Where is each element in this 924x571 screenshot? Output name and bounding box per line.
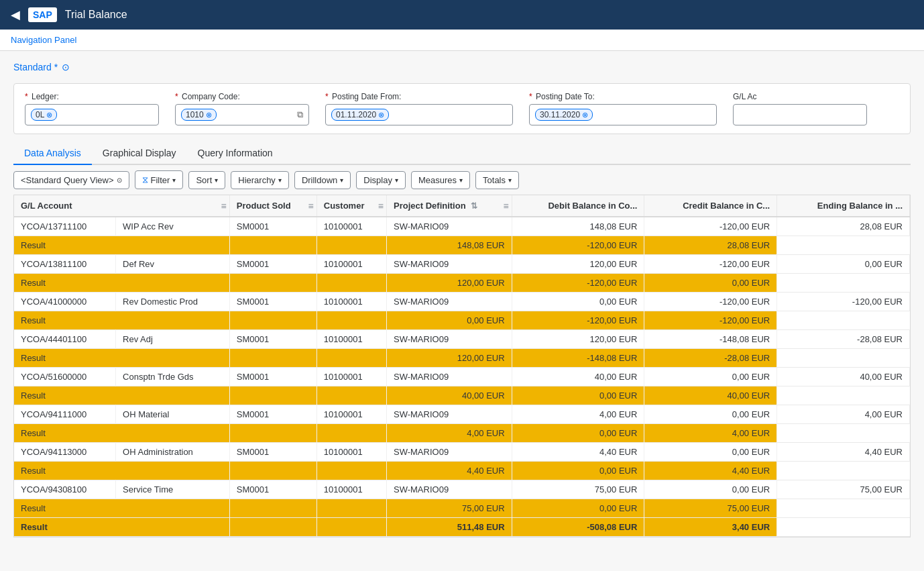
grand-empty1	[229, 518, 316, 537]
cell-project-def: SW-MARIO09	[387, 217, 512, 236]
copy-icon[interactable]: ⧉	[297, 109, 303, 120]
col-ending: Ending Balance in ...	[777, 195, 910, 217]
col-product-sold: Product Sold ≡	[229, 195, 316, 217]
result-debit: 40,00 EUR	[387, 386, 512, 405]
toolbar: <Standard Query View> ⊙ ⧖ Filter ▾ Sort …	[13, 165, 911, 195]
table-row: YCOA/44401100 Rev Adj SM0001 10100001 SW…	[14, 330, 910, 349]
totals-button[interactable]: Totals ▾	[475, 171, 519, 189]
result-debit: 75,00 EUR	[387, 499, 512, 518]
result-empty1	[229, 311, 316, 330]
display-label: Display	[363, 175, 392, 185]
standard-view-selector[interactable]: Standard * ⊙	[13, 62, 911, 72]
posting-date-to-token-remove[interactable]: ⊗	[582, 111, 588, 119]
posting-date-from-token: 01.11.2020 ⊗	[331, 109, 389, 121]
posting-date-from-token-remove[interactable]: ⊗	[378, 111, 384, 119]
cell-product-sold: SM0001	[229, 405, 316, 424]
cell-gl-name: Service Time	[116, 480, 230, 499]
cell-customer: 10100001	[316, 443, 386, 462]
col-project-def-sort[interactable]: ⇅	[471, 201, 477, 211]
ledger-label-text: Ledger:	[32, 92, 59, 101]
result-ending: -120,00 EUR	[644, 311, 777, 330]
posting-date-to-token: 30.11.2020 ⊗	[535, 109, 593, 121]
hierarchy-button[interactable]: Hierarchy ▾	[231, 171, 289, 189]
cell-debit: 4,00 EUR	[512, 405, 644, 424]
ledger-token-remove[interactable]: ⊗	[46, 111, 52, 119]
result-debit: 148,08 EUR	[387, 236, 512, 255]
posting-date-from-input[interactable]: 01.11.2020 ⊗	[325, 104, 513, 125]
totals-chevron: ▾	[508, 176, 512, 184]
grand-result-row: Result 511,48 EUR -508,08 EUR 3,40 EUR	[14, 518, 910, 537]
cell-customer: 10100001	[316, 368, 386, 386]
cell-project-def: SW-MARIO09	[387, 293, 512, 311]
result-debit: 120,00 EUR	[387, 349, 512, 368]
measures-label: Measures	[418, 175, 457, 185]
cell-gl-account: YCOA/94113000	[14, 443, 116, 462]
back-button[interactable]: ◀	[11, 9, 20, 21]
tab-graphical-display[interactable]: Graphical Display	[92, 142, 187, 165]
filter-button[interactable]: ⧖ Filter ▾	[135, 170, 184, 189]
query-view-chevron: ⊙	[117, 176, 122, 184]
col-product-sold-label: Product Sold	[237, 201, 291, 211]
posting-date-to-required: *	[529, 92, 532, 101]
drilldown-button[interactable]: Drilldown ▾	[294, 171, 351, 189]
cell-customer: 10100001	[316, 330, 386, 349]
posting-date-to-label-text: Posting Date To:	[536, 92, 595, 101]
display-button[interactable]: Display ▾	[356, 171, 406, 189]
cell-gl-account: YCOA/94111000	[14, 405, 116, 424]
result-label-cell: Result	[14, 311, 229, 330]
tab-query-information[interactable]: Query Information	[187, 142, 284, 165]
cell-gl-account: YCOA/44401100	[14, 330, 116, 349]
result-credit: -120,00 EUR	[512, 311, 644, 330]
gl-account-input[interactable]	[733, 104, 867, 125]
cell-customer: 10100001	[316, 217, 386, 236]
sap-logo: SAP	[28, 7, 57, 22]
col-project-def: Project Definition ⇅ ≡	[387, 195, 512, 217]
table-row: YCOA/94113000 OH Administration SM0001 1…	[14, 443, 910, 462]
cell-gl-account: YCOA/51600000	[14, 368, 116, 386]
nav-panel-link[interactable]: Navigation Panel	[11, 35, 76, 45]
result-credit: -120,00 EUR	[512, 236, 644, 255]
table-row: YCOA/94111000 OH Material SM0001 1010000…	[14, 405, 910, 424]
col-gl-account-menu[interactable]: ≡	[221, 201, 227, 211]
posting-date-to-label: * Posting Date To:	[529, 92, 717, 101]
cell-ending: 4,40 EUR	[777, 443, 910, 462]
col-ending-label: Ending Balance in ...	[817, 201, 903, 211]
result-label-cell: Result	[14, 386, 229, 405]
result-ending: 4,00 EUR	[644, 424, 777, 443]
col-customer-menu[interactable]: ≡	[378, 201, 384, 211]
company-code-token: 1010 ⊗	[181, 109, 217, 121]
measures-chevron: ▾	[459, 176, 463, 184]
cell-debit: 148,08 EUR	[512, 217, 644, 236]
result-ending: -28,08 EUR	[644, 349, 777, 368]
table-row: YCOA/13711100 WIP Acc Rev SM0001 1010000…	[14, 217, 910, 236]
result-empty2	[316, 236, 386, 255]
cell-ending: 40,00 EUR	[777, 368, 910, 386]
app-title: Trial Balance	[65, 9, 127, 21]
posting-date-to-input[interactable]: 30.11.2020 ⊗	[529, 104, 717, 125]
company-code-required: *	[175, 92, 178, 101]
company-code-label-text: Company Code:	[182, 92, 240, 101]
measures-button[interactable]: Measures ▾	[411, 171, 470, 189]
posting-date-from-label: * Posting Date From:	[325, 92, 513, 101]
company-code-token-remove[interactable]: ⊗	[206, 111, 212, 119]
col-product-sold-menu[interactable]: ≡	[308, 201, 314, 211]
cell-ending: 4,00 EUR	[777, 405, 910, 424]
table-row: YCOA/94308100 Service Time SM0001 101000…	[14, 480, 910, 499]
cell-product-sold: SM0001	[229, 443, 316, 462]
result-credit: 0,00 EUR	[512, 424, 644, 443]
filter-icon: ⧖	[142, 174, 148, 185]
result-ending: 4,40 EUR	[644, 462, 777, 480]
sort-button[interactable]: Sort ▾	[188, 171, 225, 189]
result-debit: 4,00 EUR	[387, 424, 512, 443]
grand-empty2	[316, 518, 386, 537]
standard-query-view-button[interactable]: <Standard Query View> ⊙	[13, 171, 129, 189]
col-project-def-menu[interactable]: ≡	[503, 201, 508, 211]
app-header: ◀ SAP Trial Balance	[0, 0, 924, 30]
cell-project-def: SW-MARIO09	[387, 330, 512, 349]
standard-view-label[interactable]: Standard *	[13, 62, 58, 72]
tab-data-analysis[interactable]: Data Analysis	[13, 142, 92, 165]
ledger-input[interactable]: 0L ⊗	[25, 104, 159, 125]
result-empty2	[316, 462, 386, 480]
company-code-input[interactable]: 1010 ⊗ ⧉	[175, 104, 309, 125]
standard-view-icon[interactable]: ⊙	[62, 62, 70, 72]
